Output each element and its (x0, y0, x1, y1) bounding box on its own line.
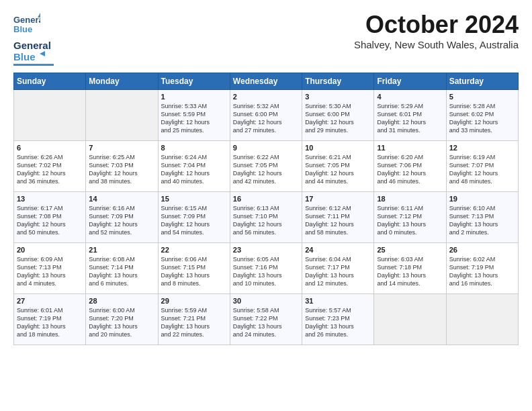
day-number: 5 (449, 93, 515, 101)
calendar-cell: 9Sunrise: 6:22 AMSunset: 7:05 PMDaylight… (230, 141, 302, 192)
cell-line: Sunset: 6:01 PM (377, 111, 422, 118)
calendar-cell: 15Sunrise: 6:15 AMSunset: 7:09 PMDayligh… (158, 192, 230, 243)
cell-line: Daylight: 13 hours (233, 323, 282, 330)
cell-line: Sunset: 7:15 PM (161, 264, 206, 271)
cell-line: Sunrise: 5:29 AM (377, 103, 423, 109)
cell-line: Daylight: 13 hours (89, 272, 138, 279)
cell-line: Sunrise: 6:19 AM (449, 154, 496, 161)
cell-line: Sunrise: 5:28 AM (449, 103, 496, 109)
week-row-1: 1Sunrise: 5:33 AMSunset: 5:59 PMDaylight… (14, 90, 519, 141)
cell-line: Sunrise: 5:32 AM (233, 103, 279, 109)
cell-line: Daylight: 13 hours (89, 323, 138, 330)
cell-line: and 52 minutes. (89, 229, 132, 236)
cell-content: Sunrise: 5:57 AMSunset: 7:23 PMDaylight:… (305, 306, 371, 339)
day-number: 8 (161, 144, 227, 152)
cell-line: Sunrise: 6:13 AM (233, 205, 279, 212)
day-number: 29 (161, 297, 227, 305)
weekday-header-monday: Monday (86, 73, 158, 90)
cell-line: Sunset: 6:00 PM (305, 111, 350, 118)
calendar-cell: 1Sunrise: 5:33 AMSunset: 5:59 PMDaylight… (158, 90, 230, 141)
cell-content: Sunrise: 5:30 AMSunset: 6:00 PMDaylight:… (305, 102, 371, 135)
cell-content: Sunrise: 6:04 AMSunset: 7:17 PMDaylight:… (305, 255, 371, 288)
day-number: 12 (449, 144, 515, 152)
cell-line: and 36 minutes. (17, 178, 60, 185)
day-number: 7 (89, 144, 154, 152)
cell-line: Sunrise: 5:59 AM (161, 307, 208, 314)
day-number: 20 (17, 246, 83, 254)
cell-line: and 4 minutes. (17, 280, 56, 287)
cell-line: Sunset: 7:06 PM (377, 162, 422, 169)
cell-line: and 8 minutes. (161, 280, 201, 287)
location: Shalvey, New South Wales, Australia (354, 39, 519, 50)
cell-line: Daylight: 12 hours (17, 170, 66, 177)
cell-line: Sunrise: 6:25 AM (89, 154, 135, 161)
cell-line: and 50 minutes. (17, 229, 60, 236)
cell-line: Sunrise: 5:57 AM (305, 307, 351, 314)
cell-content: Sunrise: 6:25 AMSunset: 7:03 PMDaylight:… (89, 153, 154, 186)
cell-line: Sunset: 7:03 PM (89, 162, 134, 169)
calendar-cell: 28Sunrise: 6:00 AMSunset: 7:20 PMDayligh… (86, 294, 158, 345)
cell-line: Sunrise: 5:30 AM (305, 103, 351, 109)
cell-line: Sunrise: 6:16 AM (89, 205, 135, 212)
cell-line: and 14 minutes. (377, 280, 420, 287)
cell-line: Daylight: 12 hours (161, 170, 210, 177)
day-number: 19 (449, 195, 515, 203)
weekday-header-tuesday: Tuesday (158, 73, 230, 90)
cell-line: Sunset: 7:23 PM (305, 315, 350, 322)
week-row-3: 13Sunrise: 6:17 AMSunset: 7:08 PMDayligh… (14, 192, 519, 243)
day-number: 17 (305, 195, 371, 203)
cell-content: Sunrise: 6:19 AMSunset: 7:07 PMDaylight:… (449, 153, 515, 186)
calendar-cell: 20Sunrise: 6:09 AMSunset: 7:13 PMDayligh… (14, 243, 86, 294)
day-number: 25 (377, 246, 443, 254)
cell-content: Sunrise: 6:24 AMSunset: 7:04 PMDaylight:… (161, 153, 227, 186)
weekday-header-friday: Friday (374, 73, 446, 90)
calendar-cell (374, 294, 446, 345)
svg-text:Blue: Blue (13, 24, 32, 34)
cell-line: and 2 minutes. (449, 229, 489, 236)
week-row-2: 6Sunrise: 6:26 AMSunset: 7:02 PMDaylight… (14, 141, 519, 192)
day-number: 14 (89, 195, 154, 203)
week-row-5: 27Sunrise: 6:01 AMSunset: 7:19 PMDayligh… (14, 294, 519, 345)
cell-content: Sunrise: 6:26 AMSunset: 7:02 PMDaylight:… (17, 153, 83, 186)
cell-line: Daylight: 12 hours (305, 119, 354, 126)
cell-line: Daylight: 13 hours (233, 272, 282, 279)
cell-line: Sunrise: 6:12 AM (305, 205, 351, 212)
cell-content: Sunrise: 6:17 AMSunset: 7:08 PMDaylight:… (17, 204, 83, 237)
cell-line: Daylight: 13 hours (449, 221, 498, 228)
cell-line: and 42 minutes. (233, 178, 276, 185)
cell-content: Sunrise: 5:33 AMSunset: 5:59 PMDaylight:… (161, 102, 227, 135)
cell-content: Sunrise: 6:15 AMSunset: 7:09 PMDaylight:… (161, 204, 227, 237)
cell-line: and 26 minutes. (305, 331, 348, 338)
weekday-header-saturday: Saturday (446, 73, 518, 90)
day-number: 11 (377, 144, 443, 152)
calendar-table: SundayMondayTuesdayWednesdayThursdayFrid… (13, 73, 519, 345)
cell-line: and 20 minutes. (89, 331, 132, 338)
weekday-header-wednesday: Wednesday (230, 73, 302, 90)
calendar-cell: 16Sunrise: 6:13 AMSunset: 7:10 PMDayligh… (230, 192, 302, 243)
cell-line: Sunrise: 6:08 AM (89, 256, 135, 263)
cell-line: and 58 minutes. (305, 229, 348, 236)
cell-line: and 22 minutes. (161, 331, 204, 338)
cell-line: Daylight: 12 hours (89, 221, 138, 228)
cell-line: Sunrise: 6:05 AM (233, 256, 279, 263)
cell-content: Sunrise: 5:58 AMSunset: 7:22 PMDaylight:… (233, 306, 299, 339)
cell-line: and 6 minutes. (89, 280, 128, 287)
day-number: 10 (305, 144, 371, 152)
weekday-header-thursday: Thursday (302, 73, 374, 90)
cell-line: Sunrise: 6:26 AM (17, 154, 63, 161)
cell-content: Sunrise: 6:09 AMSunset: 7:13 PMDaylight:… (17, 255, 83, 288)
cell-content: Sunrise: 6:00 AMSunset: 7:20 PMDaylight:… (89, 306, 154, 339)
calendar-cell: 4Sunrise: 5:29 AMSunset: 6:01 PMDaylight… (374, 90, 446, 141)
cell-content: Sunrise: 6:13 AMSunset: 7:10 PMDaylight:… (233, 204, 299, 237)
cell-line: Sunset: 7:04 PM (161, 162, 206, 169)
cell-line: Sunset: 7:10 PM (233, 213, 278, 220)
cell-line: Sunset: 6:00 PM (233, 111, 278, 118)
day-number: 24 (305, 246, 371, 254)
calendar-cell: 2Sunrise: 5:32 AMSunset: 6:00 PMDaylight… (230, 90, 302, 141)
cell-line: Sunset: 7:19 PM (449, 264, 494, 271)
cell-line: and 38 minutes. (89, 178, 132, 185)
svg-marker-3 (40, 51, 45, 56)
calendar-cell: 23Sunrise: 6:05 AMSunset: 7:16 PMDayligh… (230, 243, 302, 294)
cell-line: and 31 minutes. (377, 127, 420, 134)
weekday-header-row: SundayMondayTuesdayWednesdayThursdayFrid… (14, 73, 519, 90)
